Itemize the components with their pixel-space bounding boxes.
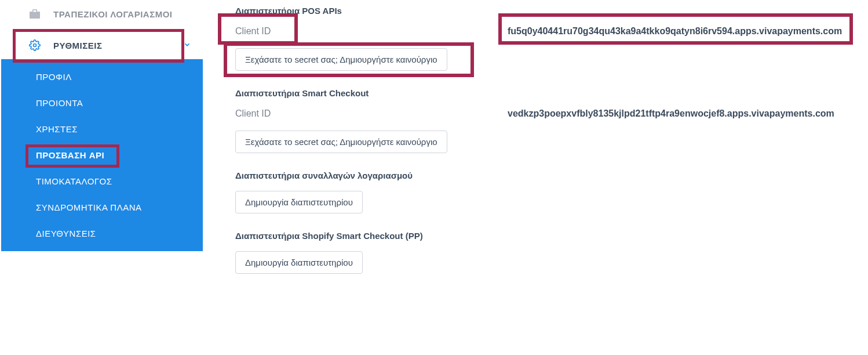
account-transaction-credentials-section: Διαπιστευτήρια συναλλαγών λογαριασμού Δη… (235, 171, 856, 213)
sidebar-item-subscription-plans[interactable]: ΣΥΝΔΡΟΜΗΤΙΚΑ ΠΛΑΝΑ (1, 194, 203, 220)
sidebar-item-products[interactable]: ΠΡΟΙΟΝΤΑ (1, 90, 203, 116)
sidebar-item-label: ΠΡΟΦΙΛ (36, 72, 72, 82)
sidebar-item-users[interactable]: ΧΡΗΣΤΕΣ (1, 116, 203, 142)
create-credential-button[interactable]: Δημιουργία διαπιστευτηρίου (235, 251, 363, 274)
svg-point-3 (34, 44, 37, 47)
pos-api-credentials-section: Διαπιστευτήρια POS APIs Client ID fu5q0y… (235, 6, 856, 71)
briefcase-icon (28, 9, 42, 19)
sidebar-item-label: ΔΙΕΥΘΥΝΣΕΙΣ (36, 229, 96, 238)
gear-icon (28, 39, 42, 51)
sidebar-item-profile[interactable]: ΠΡΟΦΙΛ (1, 64, 203, 90)
chevron-down-icon (183, 39, 191, 52)
settings-submenu: ΠΡΟΦΙΛ ΠΡΟΙΟΝΤΑ ΧΡΗΣΤΕΣ ΠΡΟΣΒΑΣΗ API ΤΙΜ… (1, 59, 203, 251)
sidebar-item-label: ΠΡΟΣΒΑΣΗ API (36, 150, 104, 160)
sidebar-item-label: ΠΡΟΙΟΝΤΑ (36, 98, 83, 108)
regenerate-secret-button[interactable]: Ξεχάσατε το secret σας; Δημιουργήστε και… (235, 131, 447, 153)
main-content: Διαπιστευτήρια POS APIs Client ID fu5q0y… (203, 0, 868, 355)
sidebar-item-label: ΤΙΜΟΚΑΤΑΛΟΓΟΣ (36, 176, 112, 186)
section-title: Διαπιστευτήρια συναλλαγών λογαριασμού (235, 171, 856, 180)
sidebar-item-bank-accounts[interactable]: ΤΡΑΠΕΖΙΚΟΙ ΛΟΓΑΡΙΑΣΜΟΙ (0, 0, 203, 28)
sidebar-item-label: ΡΥΘΜΙΣΕΙΣ (53, 41, 102, 50)
sidebar-item-settings[interactable]: ΡΥΘΜΙΣΕΙΣ (0, 31, 203, 59)
svg-rect-2 (34, 10, 37, 12)
sidebar-item-label: ΧΡΗΣΤΕΣ (36, 124, 78, 134)
create-credential-button[interactable]: Δημιουργία διαπιστευτηρίου (235, 191, 363, 213)
sidebar-item-addresses[interactable]: ΔΙΕΥΘΥΝΣΕΙΣ (1, 220, 203, 247)
sidebar-item-api-access[interactable]: ΠΡΟΣΒΑΣΗ API (1, 142, 203, 168)
section-title: Διαπιστευτήρια Shopify Smart Checkout (P… (235, 231, 856, 241)
client-id-value: vedkzp3poepxvfbly8135kjlpd21tftp4ra9enwo… (508, 108, 834, 118)
svg-rect-0 (30, 12, 40, 19)
smart-checkout-credentials-section: Διαπιστευτήρια Smart Checkout Client ID … (235, 88, 856, 153)
sidebar-item-label: ΣΥΝΔΡΟΜΗΤΙΚΑ ΠΛΑΝΑ (36, 202, 142, 212)
regenerate-secret-button[interactable]: Ξεχάσατε το secret σας; Δημιουργήστε και… (235, 48, 447, 71)
client-id-label: Client ID (235, 108, 271, 118)
section-title: Διαπιστευτήρια Smart Checkout (235, 88, 856, 98)
client-id-label: Client ID (235, 26, 271, 36)
shopify-credentials-section: Διαπιστευτήρια Shopify Smart Checkout (P… (235, 231, 856, 274)
sidebar-item-label: ΤΡΑΠΕΖΙΚΟΙ ΛΟΓΑΡΙΑΣΜΟΙ (53, 9, 172, 19)
section-title: Διαπιστευτήρια POS APIs (235, 6, 856, 16)
sidebar: ΤΡΑΠΕΖΙΚΟΙ ΛΟΓΑΡΙΑΣΜΟΙ ΡΥΘΜΙΣΕΙΣ ΠΡΟΦΙΛ … (0, 0, 203, 355)
sidebar-item-pricing[interactable]: ΤΙΜΟΚΑΤΑΛΟΓΟΣ (1, 168, 203, 194)
client-id-value: fu5q0y40441ru70g34qu43ka9a4tkko9qatyn8i6… (508, 26, 842, 36)
